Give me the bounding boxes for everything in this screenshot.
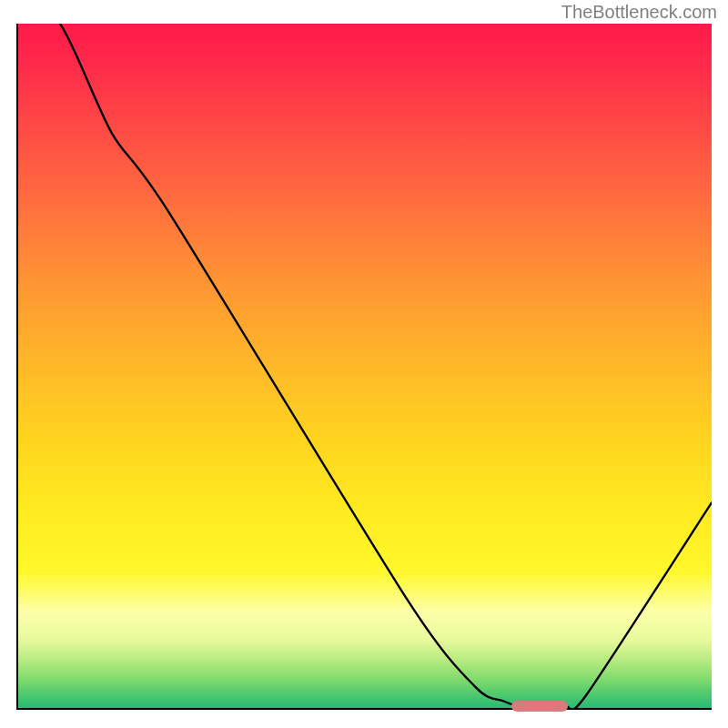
watermark-text: TheBottleneck.com (561, 2, 717, 23)
optimal-marker (511, 701, 567, 712)
bottleneck-curve (18, 24, 712, 708)
plot-area (16, 24, 712, 710)
